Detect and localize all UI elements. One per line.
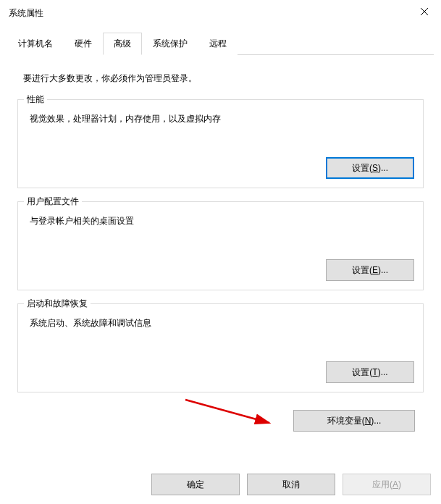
group-profiles-desc: 与登录帐户相关的桌面设置 <box>27 215 414 227</box>
dialog-buttons: 确定 取消 应用(A) <box>151 474 431 495</box>
cancel-button[interactable]: 取消 <box>247 474 335 495</box>
tab-strip: 计算机名 硬件 高级 系统保护 远程 <box>7 32 434 55</box>
tab-remote[interactable]: 远程 <box>198 33 238 55</box>
apply-button: 应用(A) <box>343 474 431 495</box>
group-profiles: 用户配置文件 与登录帐户相关的桌面设置 设置(E)... <box>17 201 424 290</box>
tab-hardware[interactable]: 硬件 <box>64 33 103 55</box>
button-label: 设置(T)... <box>352 367 387 377</box>
button-label: 设置(S)... <box>352 163 388 173</box>
group-startup: 启动和故障恢复 系统启动、系统故障和调试信息 设置(T)... <box>17 303 424 392</box>
window-title: 系统属性 <box>9 7 43 20</box>
close-button[interactable] <box>408 0 441 23</box>
startup-settings-button[interactable]: 设置(T)... <box>326 361 414 383</box>
group-startup-desc: 系统启动、系统故障和调试信息 <box>27 317 414 329</box>
tab-content: 要进行大多数更改，你必须作为管理员登录。 性能 视觉效果，处理器计划，内存使用，… <box>0 55 441 437</box>
button-label: 应用(A) <box>372 479 401 490</box>
tab-system-protection[interactable]: 系统保护 <box>142 33 198 55</box>
group-profiles-title: 用户配置文件 <box>24 196 82 208</box>
titlebar: 系统属性 <box>0 0 441 26</box>
group-performance: 性能 视觉效果，处理器计划，内存使用，以及虚拟内存 设置(S)... <box>17 99 424 188</box>
env-row: 环境变量(N)... <box>17 410 424 432</box>
ok-button[interactable]: 确定 <box>151 474 240 495</box>
tab-computer-name[interactable]: 计算机名 <box>7 33 64 55</box>
button-label: 设置(E)... <box>352 265 388 275</box>
group-performance-desc: 视觉效果，处理器计划，内存使用，以及虚拟内存 <box>27 113 414 125</box>
close-icon <box>421 8 428 15</box>
button-label: 环境变量(N)... <box>327 416 382 426</box>
tab-advanced[interactable]: 高级 <box>103 33 142 55</box>
group-startup-title: 启动和故障恢复 <box>24 298 91 310</box>
intro-text: 要进行大多数更改，你必须作为管理员登录。 <box>23 72 418 85</box>
performance-settings-button[interactable]: 设置(S)... <box>326 157 414 179</box>
group-performance-title: 性能 <box>24 93 47 106</box>
profiles-settings-button[interactable]: 设置(E)... <box>326 259 414 281</box>
environment-variables-button[interactable]: 环境变量(N)... <box>293 410 415 432</box>
